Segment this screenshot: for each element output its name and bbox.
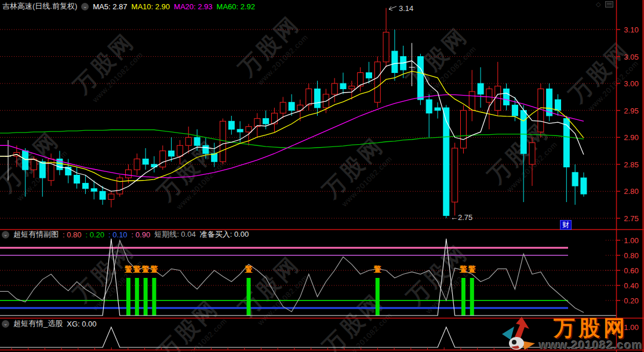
price-axis-label: 2.80 (620, 187, 642, 196)
chevron-down-icon[interactable]: ⌄ (2, 320, 9, 328)
ma10-label: MA10: 2.90 (132, 2, 170, 11)
alarm-signal: 警 (460, 264, 467, 274)
indicator-title: 超短有情副图 (13, 229, 59, 240)
alarm-signal: 警 (142, 264, 150, 274)
site-logo: 万股网 www.201082.com (500, 316, 643, 352)
diamond-icon[interactable]: ◇ (596, 1, 601, 8)
logo-site-url: www.201082.com (539, 339, 643, 351)
price-axis-label: 3.00 (620, 79, 642, 88)
price-axis-label: 3.10 (620, 25, 642, 34)
indicator-axis-label: 0.80 (620, 251, 642, 260)
indicator-header: ⌄ 超短有情副图 : 0.80 : 0.20 : 0.10 : 0.90 短期线… (2, 229, 249, 240)
alarm-signal: 警 (125, 264, 132, 274)
alarm-signal: 警 (133, 264, 141, 274)
short-line-value: 短期线: 0.04 (154, 229, 196, 240)
indicator-param-2: : 0.20 (86, 230, 105, 239)
price-axis-label: 2.95 (620, 107, 642, 115)
chevron-down-icon[interactable]: ⌄ (81, 3, 89, 10)
selector-title: 超短有情_选股 (13, 318, 63, 329)
alarm-signal: 警 (374, 264, 381, 274)
frame-lines (0, 0, 644, 352)
ma60-label: MA60: 2.92 (217, 2, 256, 11)
indicator-param-4: : 0.90 (132, 230, 151, 239)
indicator-axis-label: 0.40 (620, 281, 642, 290)
ready-buy-value: 准备买入: 0.00 (200, 229, 249, 240)
indicator-param-3: : 0.10 (108, 230, 128, 239)
price-axis-label: 2.85 (620, 160, 642, 169)
indicator-axis-label: 1.00 (620, 236, 642, 245)
high-annotation: 3.14 (399, 4, 413, 13)
ma5-label: MA5: 2.87 (93, 2, 127, 11)
indicator-axis-label: 0.60 (620, 266, 642, 275)
chart-canvas[interactable] (0, 0, 644, 352)
price-axis-label: 2.90 (620, 133, 642, 142)
price-axis-label: 3.05 (620, 53, 642, 61)
app-window: 万股网www.201082.com万股网www.201082.com万股网www… (0, 0, 644, 352)
chevron-down-icon[interactable]: ⌄ (2, 231, 9, 239)
alarm-signal: 警 (245, 264, 252, 274)
price-axis-label: 2.75 (620, 214, 642, 223)
selector-header: ⌄ 超短有情_选股 XG: 0.00 (2, 318, 97, 329)
finance-badge[interactable]: 财 (560, 220, 572, 230)
ma-lines (0, 61, 584, 191)
stock-title: 吉林高速(日线.前复权) (2, 1, 77, 12)
indicator-param-1: : 0.80 (63, 230, 82, 239)
annotation-arrow (389, 6, 396, 10)
candles-layer (5, 8, 587, 218)
main-chart-header: 吉林高速(日线.前复权) ⌄ MA5: 2.87 MA10: 2.90 MA20… (2, 1, 255, 12)
xg-value: XG: 0.00 (67, 320, 96, 328)
mascot-arrows-icon (500, 316, 538, 352)
low-annotation: ←2.75 (450, 213, 472, 222)
alarm-signal: 警 (468, 264, 476, 274)
logo-site-name: 万股网 (554, 317, 628, 340)
indicator-layer (0, 239, 623, 316)
indicator-axis-label: 0.20 (620, 296, 642, 305)
alarm-signal: 警 (150, 264, 158, 274)
ma20-label: MA20: 2.93 (174, 2, 213, 11)
window-icon[interactable] (605, 1, 613, 8)
